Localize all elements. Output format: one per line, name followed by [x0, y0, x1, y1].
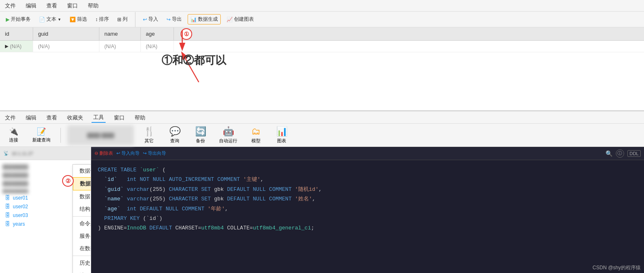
chart-button[interactable]: 📈 创建图表: [224, 15, 256, 24]
bmenu-window[interactable]: 窗口: [112, 113, 126, 122]
table-row[interactable]: ▶ (N/A) (N/A) (N/A) (N/A): [0, 41, 644, 52]
connect-button[interactable]: 🔌 连接: [3, 125, 24, 145]
menu-view[interactable]: 查看: [45, 1, 59, 10]
backup-label: 备份: [196, 138, 205, 144]
sort-icon: ↕: [95, 17, 98, 22]
model-button[interactable]: 🗂 模型: [246, 124, 266, 146]
db-icon-user02: 🗄: [5, 203, 10, 210]
annotation-circle-2: ②: [62, 175, 74, 187]
menu-divider-1: [73, 216, 91, 217]
bmenu-help[interactable]: 帮助: [133, 113, 147, 122]
dropdown-icon: ▼: [58, 17, 61, 22]
start-tx-button[interactable]: ▶ 开始事务: [3, 15, 33, 24]
bmenu-file[interactable]: 文件: [3, 113, 17, 122]
sidebar-header: 📡 10.1.11.27: [0, 147, 91, 160]
cell-age: (N/A): [141, 41, 174, 52]
code-area[interactable]: CREATE TABLE `user` ( `id` int NOT NULL …: [91, 160, 644, 273]
bmenu-favorites[interactable]: 收藏夹: [65, 113, 85, 122]
col-header-name: name: [99, 27, 141, 40]
menu-divider-2: [73, 256, 91, 256]
bottom-menubar: 文件 编辑 查看 收藏夹 工具 窗口 帮助: [0, 112, 644, 124]
connect-label: 连接: [9, 137, 18, 143]
new-query-label: 新建查询: [32, 137, 51, 143]
backup-button[interactable]: 🔄 备份: [190, 124, 211, 146]
ctx-datatransfer[interactable]: 数据传输...: [73, 165, 91, 177]
menu-file[interactable]: 文件: [3, 1, 17, 10]
import-wizard-btn[interactable]: ↩ 导入向导: [116, 150, 140, 156]
annotation-text: ①和②都可以: [162, 53, 226, 68]
export-icon: ↪: [166, 17, 171, 22]
watermark: CSDN @shy的程序猿: [593, 264, 641, 271]
sidebar-ip: 10.1.11.27: [12, 151, 33, 156]
export-label: 导出: [172, 16, 182, 23]
separator-1: [135, 12, 135, 27]
code-line-1: CREATE TABLE `user` (: [98, 165, 637, 175]
import-label: 导入: [148, 16, 158, 23]
info-icon[interactable]: ⓘ: [616, 149, 624, 158]
menu-help[interactable]: 帮助: [86, 1, 100, 10]
db-icon-years: 🗄: [5, 221, 10, 227]
ctx-find-in-db[interactable]: 在数据库或模式中查找...: [73, 242, 91, 255]
code-line-4: `name` varchar(255) CHARACTER SET gbk DE…: [98, 194, 637, 204]
ctx-servermonitor[interactable]: 服务器监控 ▶: [73, 230, 91, 242]
separator-2: [60, 128, 61, 143]
menu-edit[interactable]: 编辑: [24, 1, 38, 10]
col-header-age: age: [141, 27, 174, 40]
cell-guid: (N/A): [33, 41, 99, 52]
col-header-id: id: [0, 27, 33, 40]
search-icon[interactable]: 🔍: [605, 150, 613, 157]
db-icon-user01: 🗄: [5, 195, 10, 201]
delete-table-btn[interactable]: ⊖ 删除表: [94, 150, 113, 156]
code-line-6: PRIMARY KEY (`id`): [98, 214, 637, 223]
cell-id: ▶ (N/A): [0, 41, 33, 52]
import-button[interactable]: ↩ 导入: [140, 15, 161, 24]
top-area: 文件 编辑 查看 窗口 帮助 ▶ 开始事务 📄 文本 ▼ 🔽 筛选 ↕ 排序 ⊞…: [0, 0, 644, 111]
right-tab-bar: ⊖ 删除表 ↩ 导入向导 ↪ 导出向导 🔍 ⓘ DDL: [91, 147, 644, 160]
auto-run-icon: 🤖: [223, 126, 234, 137]
bmenu-view[interactable]: 查看: [45, 113, 59, 122]
code-line-7: ) ENGINE=InnoDB DEFAULT CHARSET=utf8mb4 …: [98, 223, 637, 233]
auto-run-button[interactable]: 🤖 自动运行: [216, 124, 241, 146]
top-menubar: 文件 编辑 查看 窗口 帮助: [0, 0, 644, 12]
code-line-2: `id` int NOT NULL AUTO_INCREMENT COMMENT…: [98, 175, 637, 184]
main-content: 📡 10.1.11.27 ███████████████████████████…: [0, 147, 644, 273]
ctx-datasync[interactable]: 数据同步...: [73, 190, 91, 203]
auto-run-label: 自动运行: [219, 138, 237, 144]
left-sidebar: 📡 10.1.11.27 ███████████████████████████…: [0, 147, 91, 273]
filter-button[interactable]: 🔽 筛选: [67, 15, 89, 24]
filter-label: 筛选: [77, 16, 87, 23]
export-wizard-btn[interactable]: ↪ 导出向导: [143, 150, 166, 156]
chart-label-2: 图表: [277, 138, 286, 144]
top-toolbar: ▶ 开始事务 📄 文本 ▼ 🔽 筛选 ↕ 排序 ⊞ 列 ↩ 导入 ↪ 导出: [0, 12, 644, 27]
ctx-cmdline[interactable]: 命令列界面... F6: [73, 217, 91, 230]
start-tx-label: 开始事务: [11, 16, 31, 23]
ctx-history[interactable]: 历史日志... Ctrl+L: [73, 257, 91, 269]
text-icon: 📄: [39, 17, 45, 22]
bottom-toolbar: 🔌 连接 📝 新建查询 ████ ████ 🍴 其它 💬 查询 🔄 备份 🤖 自…: [0, 124, 644, 147]
new-query-button[interactable]: 📝 新建查询: [29, 125, 54, 145]
ctx-datagen[interactable]: 数据生成...: [73, 177, 91, 190]
query-button[interactable]: 💬 查询: [164, 124, 185, 146]
menu-window[interactable]: 窗口: [65, 1, 80, 10]
other-icon: 🍴: [144, 126, 155, 137]
chart-button-2[interactable]: 📊 图表: [271, 124, 292, 146]
code-line-5: `age` int DEFAULT NULL COMMENT '年龄',: [98, 204, 637, 214]
other-button[interactable]: 🍴 其它: [139, 124, 159, 146]
bmenu-tools[interactable]: 工具: [92, 113, 106, 123]
sort-button[interactable]: ↕ 排序: [93, 15, 111, 24]
columns-icon: ⊞: [117, 17, 121, 22]
ctx-options[interactable]: 选项...: [73, 269, 91, 273]
cell-name: (N/A): [99, 41, 141, 52]
ddl-badge[interactable]: DDL: [627, 150, 641, 157]
code-line-3: `guid` varchar(255) CHARACTER SET gbk DE…: [98, 185, 637, 194]
text-button[interactable]: 📄 文本 ▼: [36, 15, 64, 24]
bmenu-edit[interactable]: 编辑: [24, 113, 38, 122]
datagen-button[interactable]: 📊 数据生成: [188, 14, 221, 24]
svg-line-3: [182, 53, 199, 82]
ctx-structsync[interactable]: 结构同步...: [73, 203, 91, 215]
backup-icon: 🔄: [195, 126, 206, 137]
columns-button[interactable]: ⊞ 列: [115, 15, 130, 24]
export-button[interactable]: ↪ 导出: [164, 15, 184, 24]
query-icon: 💬: [169, 126, 181, 137]
db-icon-user03: 🗄: [5, 212, 10, 218]
